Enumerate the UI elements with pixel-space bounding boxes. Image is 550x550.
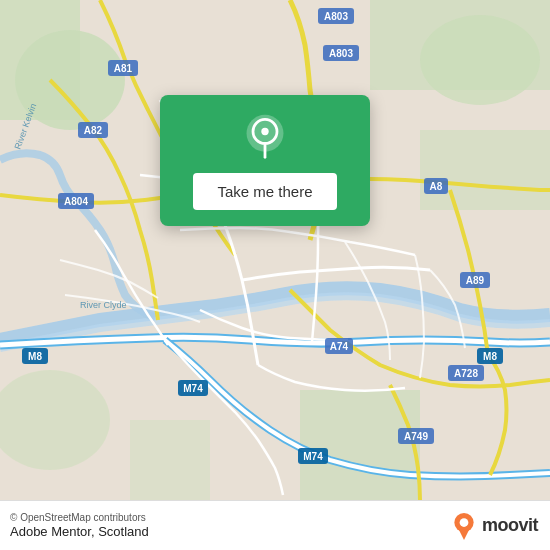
map-svg: A803 A803 A81 A82 A804 A8 A89 A74 M8 M8 …	[0, 0, 550, 500]
svg-text:M74: M74	[183, 383, 203, 394]
svg-point-41	[261, 128, 268, 135]
svg-text:M8: M8	[483, 351, 497, 362]
osm-credit: © OpenStreetMap contributors	[10, 512, 149, 523]
location-info: © OpenStreetMap contributors Adobe Mento…	[10, 512, 149, 539]
svg-text:A803: A803	[324, 11, 348, 22]
svg-text:A803: A803	[329, 48, 353, 59]
svg-text:M8: M8	[28, 351, 42, 362]
take-me-there-button[interactable]: Take me there	[193, 173, 336, 210]
svg-point-43	[460, 518, 469, 527]
svg-rect-5	[420, 130, 550, 210]
bottom-bar: © OpenStreetMap contributors Adobe Mento…	[0, 500, 550, 550]
moovit-icon	[450, 512, 478, 540]
svg-text:A8: A8	[430, 181, 443, 192]
svg-text:A728: A728	[454, 368, 478, 379]
card-overlay: Take me there	[160, 95, 370, 226]
moovit-logo: moovit	[450, 512, 538, 540]
location-pin-icon	[241, 113, 289, 161]
svg-text:A74: A74	[330, 341, 349, 352]
svg-rect-8	[130, 420, 210, 500]
svg-text:A81: A81	[114, 63, 133, 74]
svg-text:A89: A89	[466, 275, 485, 286]
svg-text:A82: A82	[84, 125, 103, 136]
svg-text:River Clyde: River Clyde	[80, 300, 127, 310]
map-container: A803 A803 A81 A82 A804 A8 A89 A74 M8 M8 …	[0, 0, 550, 500]
svg-text:A749: A749	[404, 431, 428, 442]
svg-text:A804: A804	[64, 196, 88, 207]
svg-point-4	[420, 15, 540, 105]
location-name: Adobe Mentor, Scotland	[10, 524, 149, 539]
moovit-label: moovit	[482, 515, 538, 536]
svg-text:M74: M74	[303, 451, 323, 462]
